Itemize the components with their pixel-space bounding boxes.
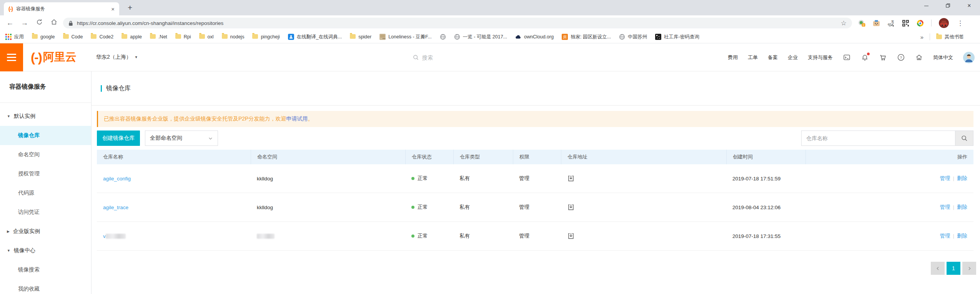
window-minimize-button[interactable] <box>915 2 937 9</box>
folder-icon <box>199 33 205 40</box>
blocker-extension-icon[interactable]: 2 <box>858 20 865 27</box>
repository-table: 仓库名称命名空间仓库状态仓库类型权限仓库地址创建时间操作 agile_confi… <box>97 150 973 251</box>
forward-icon[interactable]: → <box>20 19 29 27</box>
repository-link[interactable]: v <box>103 233 106 239</box>
sidebar-item-代码源[interactable]: 代码源 <box>0 183 91 203</box>
aliyun-logo[interactable]: (-) 阿里云 <box>31 50 77 65</box>
repository-link[interactable]: agile_config <box>103 176 131 182</box>
bookmark-item[interactable]: nodejs <box>222 33 245 40</box>
pagination-prev-button[interactable] <box>931 262 945 275</box>
permission-cell: 管理 <box>513 204 561 211</box>
sidebar-item-授权管理[interactable]: 授权管理 <box>0 164 91 183</box>
bookmark-item[interactable]: apple <box>121 33 142 40</box>
bookmark-label: google <box>40 34 55 40</box>
column-header: 命名空间 <box>251 150 405 164</box>
bookmark-item[interactable]: Loneliness - 豆瓣F... <box>379 34 432 40</box>
bookmark-item[interactable] <box>440 34 446 40</box>
sidebar-group-默认实例[interactable]: ▼默认实例 <box>0 107 91 126</box>
repo-name-cell: agile_trace <box>97 205 251 210</box>
sidebar-item-我的收藏[interactable]: 我的收藏 <box>0 279 91 294</box>
window-close-button[interactable]: × <box>958 2 980 9</box>
bookmark-item[interactable]: spider <box>350 33 371 40</box>
bookmark-item[interactable]: 房独家: 园区新设立... <box>562 34 611 40</box>
copy-address-icon[interactable] <box>567 203 726 211</box>
sidebar-group-企业版实例[interactable]: ▶企业版实例 <box>0 222 91 241</box>
delete-link[interactable]: 删除 <box>957 175 967 181</box>
manage-link[interactable]: 管理 <box>940 175 950 181</box>
new-tab-button[interactable]: + <box>128 3 132 12</box>
bookmark-item[interactable]: 一览 - 可能是 2017... <box>454 34 507 40</box>
other-bookmarks-button[interactable]: 其他书签 <box>936 34 964 40</box>
repository-search-input[interactable] <box>801 130 955 146</box>
create-repository-button[interactable]: 创建镜像仓库 <box>97 130 140 146</box>
sidebar-group-镜像中心[interactable]: ▼镜像中心 <box>0 241 91 260</box>
product-menu-button[interactable] <box>0 43 23 71</box>
header-nav-item[interactable]: 备案 <box>768 54 778 61</box>
bookmark-item[interactable]: oxl <box>199 33 214 40</box>
browser-menu-icon[interactable]: ⋮ <box>957 19 963 27</box>
region-selector[interactable]: 华东2（上海） ▼ <box>96 54 138 61</box>
notifications-bell-icon[interactable] <box>861 53 869 61</box>
bookmark-item[interactable]: 社工库-密码查询 <box>655 34 699 40</box>
face-extension-icon[interactable] <box>873 20 880 27</box>
translate-extension-icon[interactable]: en英 <box>887 20 895 27</box>
bookmark-item[interactable]: 应用 <box>5 34 24 40</box>
cloudshell-icon[interactable] <box>843 53 851 61</box>
qr-extension-icon[interactable] <box>902 20 909 27</box>
header-nav-item[interactable]: 工单 <box>748 54 758 61</box>
cart-icon[interactable] <box>879 53 887 61</box>
globe-icon <box>440 34 446 40</box>
manage-link[interactable]: 管理 <box>940 204 950 210</box>
language-selector[interactable]: 简体中文 <box>933 54 953 61</box>
copy-address-icon[interactable] <box>567 232 726 240</box>
header-nav-item[interactable]: 费用 <box>728 54 738 61</box>
reload-icon[interactable] <box>35 18 44 28</box>
bookmark-item[interactable]: ownCloud.org <box>515 34 554 40</box>
namespace-filter-select[interactable]: 全部命名空间 <box>145 130 218 146</box>
pagination-page-1[interactable]: 1 <box>947 262 960 275</box>
sidebar-item-命名空间[interactable]: 命名空间 <box>0 145 91 164</box>
help-icon[interactable]: ? <box>897 53 905 61</box>
bookmark-star-icon[interactable]: ☆ <box>841 19 847 27</box>
tab-close-icon[interactable]: × <box>111 6 115 12</box>
bookmark-item[interactable]: 中国苏州 <box>619 34 647 40</box>
url-field[interactable]: https://cr.console.aliyun.com/cn-shangha… <box>63 18 852 28</box>
bookmark-item[interactable]: pingcheji <box>252 33 280 40</box>
banner-trial-link[interactable]: 申请试用 <box>286 116 308 122</box>
delete-link[interactable]: 删除 <box>957 204 967 210</box>
sidebar-item-访问凭证[interactable]: 访问凭证 <box>0 203 91 222</box>
bookmark-item[interactable]: Code2 <box>91 33 113 40</box>
account-avatar[interactable] <box>963 52 975 63</box>
repository-link[interactable]: agile_trace <box>103 205 128 210</box>
pagination-next-button[interactable] <box>962 262 976 275</box>
page-title-row: 镜像仓库 <box>92 71 980 106</box>
bookmark-item[interactable]: .Net <box>150 33 167 40</box>
console-home-icon[interactable] <box>915 53 923 61</box>
sidebar-menu: ▼默认实例镜像仓库命名空间授权管理代码源访问凭证▶企业版实例▼镜像中心镜像搜索我… <box>0 103 91 294</box>
column-header: 仓库地址 <box>561 150 726 164</box>
copy-address-icon[interactable] <box>567 175 726 182</box>
bookmark-item[interactable]: 在线翻译_在线词典... <box>288 34 342 40</box>
console-header: (-) 阿里云 华东2（上海） ▼ 费用工单备案企业支持与服务 ? <box>0 43 980 71</box>
window-restore-button[interactable] <box>937 2 958 9</box>
console-search-input[interactable] <box>422 55 484 61</box>
console-search[interactable] <box>413 43 484 71</box>
browser-home-icon[interactable] <box>49 18 58 28</box>
status-dot-icon <box>411 206 414 209</box>
header-nav-item[interactable]: 企业 <box>788 54 798 61</box>
browser-profile-avatar[interactable] <box>939 18 949 28</box>
back-icon[interactable]: ← <box>5 19 15 27</box>
bookmark-item[interactable]: Rpi <box>175 33 191 40</box>
header-nav-item[interactable]: 支持与服务 <box>808 54 833 61</box>
browser-tab[interactable]: (-) 容器镜像服务 × <box>4 2 119 15</box>
delete-link[interactable]: 删除 <box>957 233 967 239</box>
manage-link[interactable]: 管理 <box>940 233 950 239</box>
sidebar-item-镜像搜索[interactable]: 镜像搜索 <box>0 260 91 279</box>
bookmark-item[interactable]: google <box>32 33 55 40</box>
globe-icon <box>454 34 460 40</box>
bookmark-item[interactable]: Code <box>63 33 83 40</box>
repository-search-button[interactable] <box>955 130 973 146</box>
downloader-extension-icon[interactable] <box>917 20 924 27</box>
bookmarks-overflow-icon[interactable]: » <box>920 34 923 40</box>
sidebar-item-镜像仓库[interactable]: 镜像仓库 <box>0 126 91 145</box>
